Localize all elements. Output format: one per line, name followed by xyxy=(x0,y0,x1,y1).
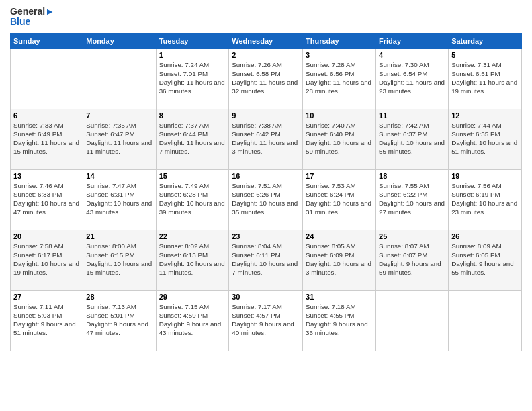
calendar-week-4: 20Sunrise: 7:58 AMSunset: 6:17 PMDayligh… xyxy=(11,230,522,290)
day-info: Sunrise: 7:17 AMSunset: 4:57 PMDaylight:… xyxy=(232,302,300,338)
day-number: 29 xyxy=(159,293,226,301)
day-info: Sunrise: 7:24 AMSunset: 7:01 PMDaylight:… xyxy=(159,60,226,96)
day-number: 22 xyxy=(159,232,226,240)
calendar-table: SundayMondayTuesdayWednesdayThursdayFrid… xyxy=(10,33,522,351)
day-info: Sunrise: 7:47 AMSunset: 6:31 PMDaylight:… xyxy=(86,181,152,217)
day-number: 6 xyxy=(13,111,80,120)
calendar-cell: 26Sunrise: 8:09 AMSunset: 6:05 PMDayligh… xyxy=(449,230,522,290)
day-number: 28 xyxy=(86,293,152,301)
calendar-cell: 2Sunrise: 7:26 AMSunset: 6:58 PMDaylight… xyxy=(229,48,303,109)
calendar-cell: 27Sunrise: 7:11 AMSunset: 5:03 PMDayligh… xyxy=(11,290,83,351)
day-number: 13 xyxy=(13,172,80,180)
day-number: 23 xyxy=(232,232,300,240)
calendar-week-2: 6Sunrise: 7:33 AMSunset: 6:49 PMDaylight… xyxy=(11,109,522,169)
calendar-cell: 6Sunrise: 7:33 AMSunset: 6:49 PMDaylight… xyxy=(11,109,83,169)
logo-block: General► Blue xyxy=(10,7,54,28)
calendar-cell: 7Sunrise: 7:35 AMSunset: 6:47 PMDaylight… xyxy=(83,109,156,169)
calendar-cell: 14Sunrise: 7:47 AMSunset: 6:31 PMDayligh… xyxy=(83,169,156,230)
day-info: Sunrise: 7:33 AMSunset: 6:49 PMDaylight:… xyxy=(13,121,80,156)
day-info: Sunrise: 7:35 AMSunset: 6:47 PMDaylight:… xyxy=(86,121,152,156)
day-header-monday: Monday xyxy=(83,33,156,48)
day-number: 7 xyxy=(86,111,152,120)
calendar-cell: 18Sunrise: 7:55 AMSunset: 6:22 PMDayligh… xyxy=(376,169,449,230)
calendar-cell: 20Sunrise: 7:58 AMSunset: 6:17 PMDayligh… xyxy=(11,230,83,290)
calendar-cell: 13Sunrise: 7:46 AMSunset: 6:33 PMDayligh… xyxy=(11,169,83,230)
calendar-cell: 23Sunrise: 8:04 AMSunset: 6:11 PMDayligh… xyxy=(229,230,303,290)
day-header-tuesday: Tuesday xyxy=(156,33,229,48)
day-number: 16 xyxy=(232,172,300,180)
calendar-cell xyxy=(449,290,522,351)
calendar-cell: 9Sunrise: 7:38 AMSunset: 6:42 PMDaylight… xyxy=(229,109,303,169)
day-info: Sunrise: 7:53 AMSunset: 6:24 PMDaylight:… xyxy=(306,181,373,217)
calendar-cell: 15Sunrise: 7:49 AMSunset: 6:28 PMDayligh… xyxy=(156,169,229,230)
calendar-cell: 30Sunrise: 7:17 AMSunset: 4:57 PMDayligh… xyxy=(229,290,303,351)
day-info: Sunrise: 7:31 AMSunset: 6:51 PMDaylight:… xyxy=(451,60,519,96)
calendar-week-1: 1Sunrise: 7:24 AMSunset: 7:01 PMDaylight… xyxy=(11,48,522,109)
day-number: 15 xyxy=(159,172,226,180)
day-info: Sunrise: 7:30 AMSunset: 6:54 PMDaylight:… xyxy=(379,60,445,96)
day-info: Sunrise: 7:46 AMSunset: 6:33 PMDaylight:… xyxy=(13,181,80,217)
calendar-cell: 17Sunrise: 7:53 AMSunset: 6:24 PMDayligh… xyxy=(303,169,376,230)
day-number: 11 xyxy=(379,111,445,120)
calendar-cell: 31Sunrise: 7:18 AMSunset: 4:55 PMDayligh… xyxy=(303,290,376,351)
day-info: Sunrise: 7:55 AMSunset: 6:22 PMDaylight:… xyxy=(379,181,445,217)
calendar-cell: 3Sunrise: 7:28 AMSunset: 6:56 PMDaylight… xyxy=(303,48,376,109)
day-info: Sunrise: 7:44 AMSunset: 6:35 PMDaylight:… xyxy=(451,121,519,156)
calendar-cell: 11Sunrise: 7:42 AMSunset: 6:37 PMDayligh… xyxy=(376,109,449,169)
day-number: 8 xyxy=(159,111,226,120)
day-info: Sunrise: 7:15 AMSunset: 4:59 PMDaylight:… xyxy=(159,302,226,338)
day-number: 18 xyxy=(379,172,445,180)
day-info: Sunrise: 7:13 AMSunset: 5:01 PMDaylight:… xyxy=(86,302,152,338)
day-info: Sunrise: 8:04 AMSunset: 6:11 PMDaylight:… xyxy=(232,242,300,277)
calendar-header-row: SundayMondayTuesdayWednesdayThursdayFrid… xyxy=(11,33,522,48)
logo: General► Blue xyxy=(10,7,54,28)
calendar-cell: 25Sunrise: 8:07 AMSunset: 6:07 PMDayligh… xyxy=(376,230,449,290)
day-info: Sunrise: 8:00 AMSunset: 6:15 PMDaylight:… xyxy=(86,242,152,277)
day-number: 17 xyxy=(306,172,373,180)
day-number: 2 xyxy=(232,51,300,59)
calendar-cell: 24Sunrise: 8:05 AMSunset: 6:09 PMDayligh… xyxy=(303,230,376,290)
day-info: Sunrise: 7:49 AMSunset: 6:28 PMDaylight:… xyxy=(159,181,226,217)
calendar-cell: 1Sunrise: 7:24 AMSunset: 7:01 PMDaylight… xyxy=(156,48,229,109)
day-info: Sunrise: 7:26 AMSunset: 6:58 PMDaylight:… xyxy=(232,60,300,96)
day-number: 1 xyxy=(159,51,226,59)
day-header-friday: Friday xyxy=(376,33,449,48)
day-number: 12 xyxy=(451,111,519,120)
day-info: Sunrise: 7:40 AMSunset: 6:40 PMDaylight:… xyxy=(306,121,373,156)
day-info: Sunrise: 7:51 AMSunset: 6:26 PMDaylight:… xyxy=(232,181,300,217)
calendar-cell: 16Sunrise: 7:51 AMSunset: 6:26 PMDayligh… xyxy=(229,169,303,230)
day-number: 25 xyxy=(379,232,445,240)
day-number: 5 xyxy=(451,51,519,59)
day-header-wednesday: Wednesday xyxy=(229,33,303,48)
day-info: Sunrise: 7:28 AMSunset: 6:56 PMDaylight:… xyxy=(306,60,373,96)
calendar-cell: 12Sunrise: 7:44 AMSunset: 6:35 PMDayligh… xyxy=(449,109,522,169)
day-info: Sunrise: 8:07 AMSunset: 6:07 PMDaylight:… xyxy=(379,242,445,277)
calendar-cell: 8Sunrise: 7:37 AMSunset: 6:44 PMDaylight… xyxy=(156,109,229,169)
day-info: Sunrise: 8:02 AMSunset: 6:13 PMDaylight:… xyxy=(159,242,226,277)
day-info: Sunrise: 7:42 AMSunset: 6:37 PMDaylight:… xyxy=(379,121,445,156)
calendar-cell: 28Sunrise: 7:13 AMSunset: 5:01 PMDayligh… xyxy=(83,290,156,351)
day-info: Sunrise: 7:37 AMSunset: 6:44 PMDaylight:… xyxy=(159,121,226,156)
calendar-cell: 29Sunrise: 7:15 AMSunset: 4:59 PMDayligh… xyxy=(156,290,229,351)
calendar-week-5: 27Sunrise: 7:11 AMSunset: 5:03 PMDayligh… xyxy=(11,290,522,351)
calendar-cell xyxy=(376,290,449,351)
day-number: 21 xyxy=(86,232,152,240)
day-header-saturday: Saturday xyxy=(449,33,522,48)
day-number: 27 xyxy=(13,293,80,301)
calendar-cell: 19Sunrise: 7:56 AMSunset: 6:19 PMDayligh… xyxy=(449,169,522,230)
page: General► Blue SundayMondayTuesdayWednesd… xyxy=(0,0,532,411)
day-number: 31 xyxy=(306,293,373,301)
day-header-sunday: Sunday xyxy=(11,33,83,48)
calendar-week-3: 13Sunrise: 7:46 AMSunset: 6:33 PMDayligh… xyxy=(11,169,522,230)
day-number: 14 xyxy=(86,172,152,180)
day-info: Sunrise: 7:11 AMSunset: 5:03 PMDaylight:… xyxy=(13,302,80,338)
day-number: 3 xyxy=(306,51,373,59)
day-number: 4 xyxy=(379,51,445,59)
day-info: Sunrise: 7:38 AMSunset: 6:42 PMDaylight:… xyxy=(232,121,300,156)
calendar-cell: 10Sunrise: 7:40 AMSunset: 6:40 PMDayligh… xyxy=(303,109,376,169)
calendar-cell: 5Sunrise: 7:31 AMSunset: 6:51 PMDaylight… xyxy=(449,48,522,109)
day-number: 19 xyxy=(451,172,519,180)
day-number: 10 xyxy=(306,111,373,120)
day-info: Sunrise: 7:18 AMSunset: 4:55 PMDaylight:… xyxy=(306,302,373,338)
calendar-cell: 22Sunrise: 8:02 AMSunset: 6:13 PMDayligh… xyxy=(156,230,229,290)
